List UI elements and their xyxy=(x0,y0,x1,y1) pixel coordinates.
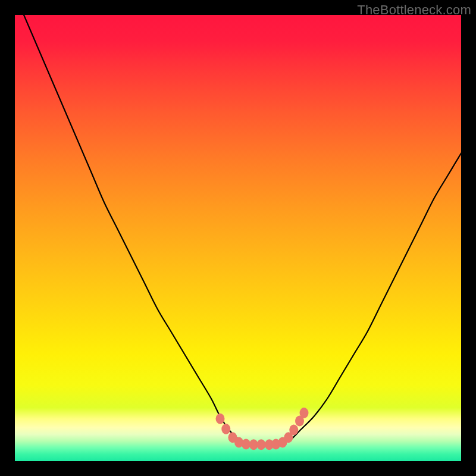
outer-frame: TheBottleneck.com xyxy=(0,0,476,476)
background-gradient xyxy=(15,15,461,461)
data-marker xyxy=(289,425,298,436)
data-marker xyxy=(257,439,266,450)
data-marker xyxy=(242,439,250,450)
data-marker xyxy=(221,424,230,434)
data-marker xyxy=(216,414,225,424)
plot-area xyxy=(15,15,461,461)
chart-svg xyxy=(15,15,461,461)
data-marker xyxy=(300,408,309,418)
watermark-text: TheBottleneck.com xyxy=(357,2,471,18)
